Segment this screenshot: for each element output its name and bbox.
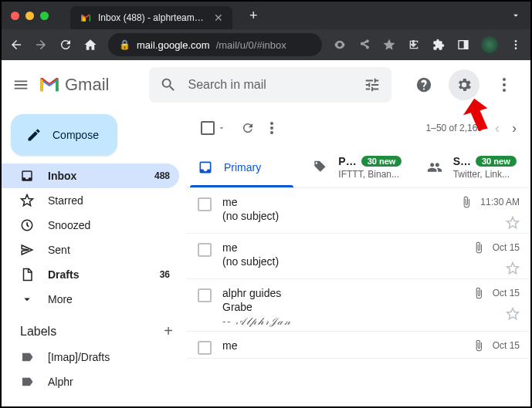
clock-icon [20, 218, 34, 232]
home-icon[interactable] [83, 38, 97, 52]
message-checkbox[interactable] [198, 243, 212, 257]
tab-close-icon[interactable]: ✕ [214, 12, 223, 24]
browser-tab-bar: Inbox (488) - alphrteam@gmai ✕ + [2, 2, 530, 29]
gmail-logo[interactable]: Gmail [39, 75, 109, 95]
url-input[interactable]: 🔒 mail.google.com/mail/u/0/#inbox [108, 33, 322, 56]
category-tabs: Primary P… 30 new IFTTT, Binan... S… [187, 147, 530, 188]
chevron-down-icon [20, 292, 34, 306]
gmail-m-icon [39, 76, 60, 93]
attachment-icon [473, 287, 485, 299]
label-text: Alphr [48, 376, 73, 388]
profile-avatar[interactable] [481, 36, 498, 53]
inbox-icon [20, 169, 34, 183]
tab-primary[interactable]: Primary [187, 147, 301, 187]
mail-content: 1–50 of 2,169 ‹ › Primary P… 30 new IFTT… [187, 110, 530, 408]
sidebar-drafts[interactable]: Drafts 36 [2, 262, 179, 287]
sidebar-drafts-label: Drafts [48, 268, 79, 281]
window-minimize-icon[interactable] [25, 12, 34, 20]
message-row[interactable]: me Oct 15 [187, 332, 530, 359]
message-time: 11:30 AM [480, 197, 520, 207]
reload-icon[interactable] [59, 38, 73, 52]
page-prev-button[interactable]: ‹ [495, 120, 500, 137]
page-next-button[interactable]: › [512, 120, 517, 137]
sidebar-sent[interactable]: Sent [2, 238, 179, 262]
checkbox-icon [201, 121, 215, 135]
label-icon [20, 375, 34, 389]
svg-point-4 [515, 47, 517, 49]
window-close-icon[interactable] [11, 12, 19, 20]
install-icon[interactable] [407, 39, 421, 51]
pagination: 1–50 of 2,169 ‹ › [426, 120, 517, 137]
message-list: me (no subject) 11:30 AM me (no subject) [187, 188, 530, 408]
tabs-dropdown-icon[interactable] [510, 10, 521, 21]
settings-button[interactable] [449, 69, 479, 100]
svg-point-10 [270, 126, 273, 130]
label-icon [20, 350, 34, 364]
select-all-button[interactable] [201, 121, 225, 135]
message-row[interactable]: me (no subject) Oct 15 [187, 234, 530, 279]
chrome-menu-icon[interactable] [509, 39, 523, 51]
forward-icon[interactable] [34, 38, 48, 52]
back-icon[interactable] [9, 38, 23, 52]
search-placeholder: Search in mail [188, 78, 353, 92]
more-button[interactable] [489, 69, 520, 100]
message-signature: -- 𝒜𝓁𝓅𝒽𝓇𝒥𝒶𝓃 [222, 315, 462, 328]
main-menu-icon[interactable] [12, 76, 29, 93]
message-checkbox[interactable] [198, 288, 212, 302]
attachment-icon [460, 196, 473, 208]
star-button[interactable] [506, 216, 520, 230]
svg-point-7 [503, 89, 506, 92]
gmail-header: Gmail Search in mail [2, 60, 530, 110]
sidebar-label-alphr[interactable]: Alphr [2, 369, 179, 394]
send-icon [20, 243, 34, 257]
refresh-button[interactable] [241, 121, 255, 135]
window-maximize-icon[interactable] [40, 12, 49, 20]
panel-icon[interactable] [456, 39, 470, 51]
tab-social-badge: 30 new [476, 156, 517, 167]
sidebar-more-label: More [48, 293, 73, 305]
star-button[interactable] [506, 307, 520, 321]
url-path: /mail/u/0/#inbox [216, 39, 286, 51]
tune-icon[interactable] [364, 76, 381, 93]
message-checkbox[interactable] [198, 197, 212, 211]
gear-icon [456, 76, 473, 93]
message-from: me [222, 241, 462, 254]
sidebar-snoozed-label: Snoozed [48, 219, 90, 231]
file-icon [20, 268, 34, 282]
caret-down-icon [218, 124, 225, 132]
browser-tab[interactable]: Inbox (488) - alphrteam@gmai ✕ [70, 6, 232, 29]
attachment-icon [473, 339, 485, 352]
message-from: me [222, 339, 462, 352]
share-icon[interactable] [357, 39, 371, 51]
extensions-icon[interactable] [432, 39, 446, 51]
bookmark-star-icon[interactable] [382, 38, 396, 52]
message-row[interactable]: me (no subject) 11:30 AM [187, 188, 530, 234]
new-tab-button[interactable]: + [249, 8, 258, 24]
search-input[interactable]: Search in mail [149, 67, 391, 103]
sidebar-sent-label: Sent [48, 244, 70, 256]
message-checkbox[interactable] [198, 341, 212, 355]
sidebar-more[interactable]: More [2, 287, 179, 312]
attachment-icon [473, 241, 485, 254]
support-button[interactable] [408, 69, 439, 100]
tab-title: Inbox (488) - alphrteam@gmai [98, 12, 208, 23]
sidebar-label-imap-drafts[interactable]: [Imap]/Drafts [2, 345, 179, 369]
people-icon [427, 160, 442, 175]
help-icon [415, 76, 432, 93]
sidebar-starred[interactable]: Starred [2, 188, 179, 213]
add-label-button[interactable]: + [164, 322, 173, 340]
sidebar-starred-label: Starred [48, 194, 83, 207]
message-from: alphr guides [222, 287, 462, 299]
toolbar-more-button[interactable] [270, 122, 273, 134]
message-row[interactable]: alphr guides Grabe -- 𝒜𝓁𝓅𝒽𝓇𝒥𝒶𝓃 Oct 15 [187, 279, 530, 332]
message-time: Oct 15 [493, 242, 520, 253]
tab-promotions[interactable]: P… 30 new IFTTT, Binan... [301, 147, 415, 187]
sidebar-inbox-count: 488 [154, 170, 170, 181]
tab-social[interactable]: S… 30 new Twitter, Link... [416, 147, 530, 187]
eye-icon[interactable] [333, 39, 347, 51]
sidebar-inbox[interactable]: Inbox 488 [2, 164, 179, 188]
svg-point-11 [270, 131, 273, 134]
sidebar-snoozed[interactable]: Snoozed [2, 213, 179, 238]
compose-button[interactable]: Compose [11, 114, 117, 156]
star-button[interactable] [506, 261, 520, 275]
